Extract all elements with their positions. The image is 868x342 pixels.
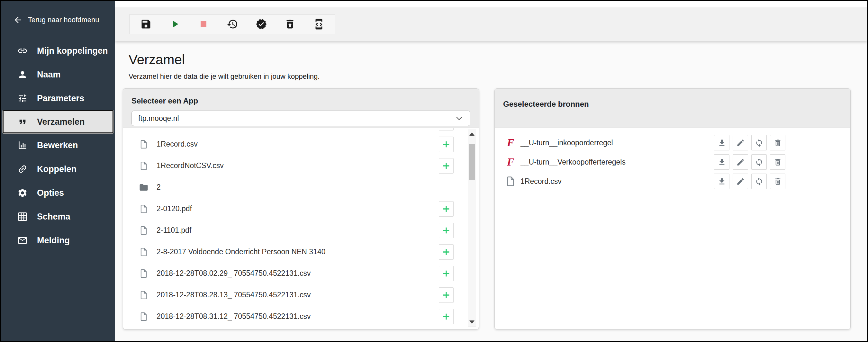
source-actions [714,135,785,150]
file-icon [138,290,149,300]
restore-from-trash-icon [284,18,296,30]
delete-button[interactable] [770,154,785,170]
refresh-button[interactable] [751,154,767,170]
stop-button[interactable] [196,17,211,31]
add-file-button[interactable] [439,158,454,174]
download-icon [717,138,726,147]
sidebar-item-verzamelen[interactable]: Verzamelen [3,110,114,133]
file-row-2-0120-pdf[interactable]: 2-0120.pdf [123,198,479,220]
save-button[interactable] [139,17,153,31]
source-name: __U-turn__inkooporderregel [521,138,613,147]
file-list-body: 1Record.csv 1RecordNotCSV.csv 2 2-0120.p… [123,128,479,329]
plus-icon [442,312,451,321]
sliders-icon [17,93,28,104]
edit-button[interactable] [733,135,748,150]
add-file-button[interactable] [439,244,454,260]
sync-icon [755,177,764,186]
toolbar [129,14,335,34]
sidebar-item-label: Schema [37,212,70,222]
file-row-2[interactable]: 2 [123,177,479,198]
sync-icon [755,138,764,147]
sidebar-item-mijn-koppelingen[interactable]: Mijn koppelingen [1,39,115,63]
file-row-2-8-2017-voldoende-onderricht-persoon-nen-3140[interactable]: 2-8-2017 Voldoende Onderricht Persoon NE… [123,241,479,262]
app-select[interactable]: ftp.mooqe.nl [131,111,470,126]
run-button[interactable] [168,17,182,31]
file-row-2018-12-28t08-31-12-70554750-4522131-csv[interactable]: 2018-12-28T08.31.12_ 70554750.4522131.cs… [123,306,479,327]
file-row-2-1101-pdf[interactable]: 2-1101.pdf [123,220,479,241]
edit-button[interactable] [733,174,748,189]
download-button[interactable] [714,154,730,170]
plus-icon [442,226,451,235]
sidebar-item-label: Bewerken [37,141,78,150]
restore-trash-button[interactable] [283,17,297,31]
file-row-item[interactable] [123,128,479,133]
plus-icon [442,140,451,149]
sidebar-item-melding[interactable]: Melding [1,228,115,252]
chevron-down-icon [455,114,464,123]
pencil-icon [736,177,745,186]
back-label: Terug naar hoofdmenu [28,16,99,24]
download-button[interactable] [714,174,730,189]
sidebar-item-naam[interactable]: Naam [1,63,115,87]
scrollbar-thumb[interactable] [469,144,475,180]
sidebar-item-parameters[interactable]: Parameters [1,87,115,110]
folder-icon [138,182,149,192]
add-file-button[interactable] [439,223,454,238]
plus-icon [442,290,451,300]
file-icon [138,311,149,322]
main-area: Verzamel Verzamel hier de data die je wi… [115,1,867,341]
file-row-1recordnotcsv-csv[interactable]: 1RecordNotCSV.csv [123,155,479,177]
stop-icon [198,18,209,30]
download-icon [717,158,726,166]
sidebar-item-koppelen[interactable]: Koppelen [1,157,115,181]
selected-sources-header: Geselecteerde bronnen [495,89,850,128]
developer-mode-icon [313,18,325,30]
scrollbar-up-arrow[interactable] [468,130,476,138]
add-file-button[interactable] [439,309,454,324]
person-icon [17,69,28,80]
download-button[interactable] [714,135,730,150]
refresh-button[interactable] [751,135,767,150]
file-row-2018-12-28t08-02-29-70554750-4522131-csv[interactable]: 2018-12-28T08.02.29_ 70554750.4522131.cs… [123,262,479,284]
trash-icon [774,177,782,186]
file-name: 2018-12-28T08.31.12_ 70554750.4522131.cs… [157,312,311,321]
app-window: Terug naar hoofdmenu Mijn koppelingen Na… [0,0,868,342]
file-row-2018-12-28t08-28-13-70554750-4522131-csv[interactable]: 2018-12-28T08.28.13_ 70554750.4522131.cs… [123,284,479,306]
file-list-scrollbar [468,129,476,327]
filemaker-f-icon: F [507,157,514,167]
sidebar-item-schema[interactable]: Schema [1,205,115,228]
refresh-button[interactable] [751,174,767,189]
source-actions [714,154,785,170]
file-row-1record-csv[interactable]: 1Record.csv [123,133,479,155]
back-to-main-menu[interactable]: Terug naar hoofdmenu [13,15,115,25]
select-app-panel: Selecteer een App ftp.mooqe.nl 1Record.c… [123,88,479,330]
content: Verzamel Verzamel hier de data die je wi… [115,41,867,330]
add-file-button[interactable] [439,201,454,217]
sidebar-item-label: Parameters [37,94,84,103]
app-select-value: ftp.mooqe.nl [138,114,179,123]
file-name: 2 [157,183,161,192]
select-app-panel-header: Selecteer een App ftp.mooqe.nl [123,89,479,128]
file-icon [138,225,149,236]
sidebar-item-label: Opties [37,188,64,198]
plus-icon [442,205,451,213]
add-file-button[interactable] [439,266,454,281]
sidebar-item-opties[interactable]: Opties [1,181,115,205]
file-name: 2018-12-28T08.02.29_ 70554750.4522131.cs… [157,269,311,278]
panels-row: Selecteer een App ftp.mooqe.nl 1Record.c… [123,88,851,330]
scrollbar-down-arrow[interactable] [468,318,476,326]
file-name: 2-1101.pdf [157,226,191,235]
add-file-button[interactable] [439,287,454,303]
developer-mode-button[interactable] [312,17,326,31]
add-file-button[interactable] [439,128,454,130]
history-button[interactable] [225,17,240,31]
validate-button[interactable] [254,17,269,31]
page-title: Verzamel [129,52,851,67]
delete-button[interactable] [770,135,785,150]
plus-icon [442,269,451,278]
add-file-button[interactable] [439,136,454,152]
sidebar-item-bewerken[interactable]: Bewerken [1,133,115,157]
edit-button[interactable] [733,154,748,170]
delete-button[interactable] [770,174,785,189]
sidebar-item-label: Verzamelen [37,117,85,127]
